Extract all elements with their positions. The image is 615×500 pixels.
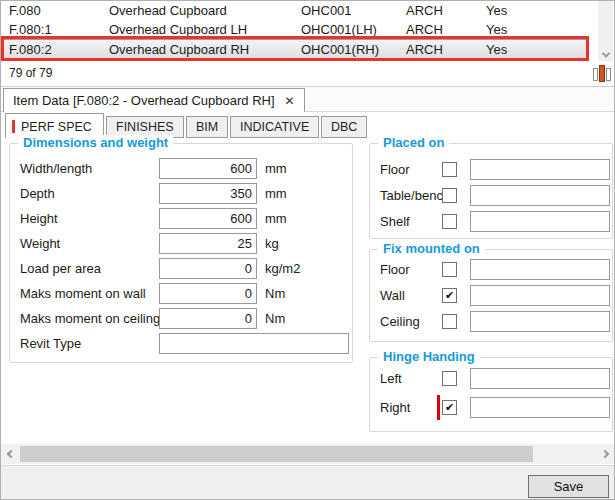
field-width-length-input[interactable] — [159, 158, 257, 179]
unit-label: Nm — [265, 308, 285, 329]
close-icon[interactable]: ✕ — [285, 95, 295, 107]
cell-name: Overhead Cupboard — [109, 1, 297, 20]
table-row-f-080[interactable]: F.080Overhead CupboardOHC001ARCHYes — [1, 1, 589, 20]
fix-mounted-floor-input[interactable] — [470, 259, 610, 280]
unit-label: kg — [265, 233, 279, 254]
cell-code: F.080 — [9, 1, 105, 20]
cell-flag: Yes — [486, 20, 586, 39]
placed-on-row-table-bench: Table/bench — [370, 185, 612, 207]
field-load-per-area-input[interactable] — [159, 258, 257, 279]
active-tab-marker — [12, 120, 15, 133]
field-maks-moment-on-ceiling-input[interactable] — [159, 308, 257, 329]
field-label: Depth — [20, 183, 55, 204]
placed-on-table-bench-input[interactable] — [470, 185, 610, 206]
unit-label: Nm — [265, 283, 285, 304]
tab-dbc[interactable]: DBC — [321, 116, 367, 138]
cell-discipline: ARCH — [406, 20, 482, 39]
scroll-right-button[interactable] — [596, 444, 613, 464]
field-label: Load per area — [20, 258, 101, 279]
save-button[interactable]: Save — [528, 475, 609, 498]
tab-label: BIM — [196, 120, 218, 134]
cell-product: OHC001 — [301, 1, 401, 20]
tab-label: INDICATIVE — [240, 120, 309, 134]
form-row-height: Heightmm — [10, 208, 352, 230]
field-weight-input[interactable] — [159, 233, 257, 254]
horizontal-scrollbar[interactable] — [1, 444, 614, 464]
hinge-left-input[interactable] — [470, 368, 610, 389]
cell-code: F.080:1 — [9, 20, 105, 39]
checkbox-label: Table/bench — [380, 185, 450, 206]
items-panel-icon[interactable] — [593, 65, 611, 83]
group-dimensions-title: Dimensions and weight — [18, 135, 173, 150]
fix-mounted-floor-checkbox[interactable] — [442, 262, 457, 277]
cell-name: Overhead Cupboard LH — [109, 20, 297, 39]
hinge-row-left: Left — [370, 368, 612, 390]
document-tab-strip: Item Data [F.080:2 - Overhead Cupboard R… — [1, 87, 614, 112]
checkbox-label: Shelf — [380, 211, 410, 232]
checkbox-label: Floor — [380, 259, 410, 280]
tab-label: FINISHES — [116, 120, 174, 134]
fix-mounted-wall-input[interactable] — [470, 285, 610, 306]
placed-on-shelf-input[interactable] — [470, 211, 610, 232]
field-label: Revit Type — [20, 333, 81, 354]
field-maks-moment-on-wall-input[interactable] — [159, 283, 257, 304]
group-fix-mounted: Fix mounted on FloorWall✔Ceiling — [369, 249, 613, 342]
footer-bar: Save — [1, 465, 614, 499]
unit-label: mm — [265, 183, 287, 204]
cell-code: F.080:2 — [9, 40, 105, 60]
hinge-left-checkbox[interactable] — [442, 371, 457, 386]
status-bar: 79 of 79 — [1, 61, 614, 87]
hinge-row-right: Right✔ — [370, 397, 612, 419]
perf-spec-panel: Dimensions and weight Width/lengthmmDept… — [1, 138, 614, 444]
form-row-weight: Weightkg — [10, 233, 352, 255]
fix-mounted-wall-checkbox[interactable]: ✔ — [442, 288, 457, 303]
cell-name: Overhead Cupboard RH — [109, 40, 297, 60]
checkbox-label: Right — [380, 397, 410, 418]
field-height-input[interactable] — [159, 208, 257, 229]
table-vertical-scrollbar[interactable] — [598, 1, 613, 63]
record-count: 79 of 79 — [9, 61, 52, 86]
form-row-depth: Depthmm — [10, 183, 352, 205]
chevron-left-icon — [6, 450, 14, 458]
group-fix-mounted-title: Fix mounted on — [378, 241, 485, 256]
fix-mounted-row-floor: Floor — [370, 259, 612, 281]
placed-on-floor-input[interactable] — [470, 159, 610, 180]
item-data-window: F.080Overhead CupboardOHC001ARCHYesF.080… — [0, 0, 615, 500]
modified-indicator — [437, 395, 440, 420]
checkbox-label: Left — [380, 368, 402, 389]
group-placed-on-title: Placed on — [378, 135, 449, 150]
field-depth-input[interactable] — [159, 183, 257, 204]
tab-indicative[interactable]: INDICATIVE — [230, 116, 319, 138]
group-hinge-handing-title: Hinge Handing — [378, 349, 480, 364]
placed-on-shelf-checkbox[interactable] — [442, 214, 457, 229]
placed-on-row-floor: Floor — [370, 159, 612, 181]
scroll-left-button[interactable] — [2, 444, 19, 464]
field-label: Maks moment on wall — [20, 283, 146, 304]
unit-label: mm — [265, 158, 287, 179]
cell-product: OHC001(LH) — [301, 20, 401, 39]
horizontal-scrollbar-thumb[interactable] — [20, 446, 533, 462]
placed-on-floor-checkbox[interactable] — [442, 162, 457, 177]
checkbox-label: Ceiling — [380, 311, 420, 332]
table-row-f-080-1[interactable]: F.080:1Overhead Cupboard LHOHC001(LH)ARC… — [1, 20, 589, 39]
tab-bim[interactable]: BIM — [186, 116, 228, 138]
fix-mounted-row-ceiling: Ceiling — [370, 311, 612, 333]
hinge-right-checkbox[interactable]: ✔ — [442, 400, 457, 415]
group-hinge-handing: Hinge Handing LeftRight✔ — [369, 357, 613, 432]
table-row-f-080-2[interactable]: F.080:2Overhead Cupboard RHOHC001(RH)ARC… — [1, 39, 589, 60]
chevron-down-icon — [601, 49, 609, 57]
items-table: F.080Overhead CupboardOHC001ARCHYesF.080… — [1, 1, 597, 60]
fix-mounted-ceiling-checkbox[interactable] — [442, 314, 457, 329]
tab-label: DBC — [331, 120, 357, 134]
item-data-tab[interactable]: Item Data [F.080:2 - Overhead Cupboard R… — [3, 88, 305, 112]
cell-flag: Yes — [486, 1, 586, 20]
field-revit-type-input[interactable] — [159, 333, 349, 354]
scroll-down-button[interactable] — [598, 48, 613, 62]
group-dimensions: Dimensions and weight Width/lengthmmDept… — [9, 143, 353, 363]
cell-discipline: ARCH — [406, 40, 482, 60]
field-label: Height — [20, 208, 58, 229]
cell-discipline: ARCH — [406, 1, 482, 20]
fix-mounted-ceiling-input[interactable] — [470, 311, 610, 332]
placed-on-table-bench-checkbox[interactable] — [442, 188, 457, 203]
hinge-right-input[interactable] — [470, 397, 610, 418]
